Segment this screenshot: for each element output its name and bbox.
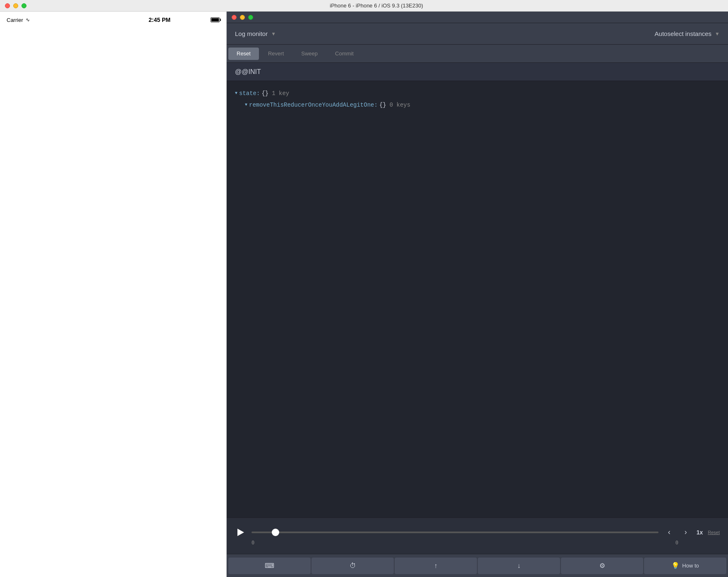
dt-minimize-button[interactable]: [240, 15, 245, 20]
prev-button[interactable]: ‹: [663, 527, 675, 538]
reducer-expand-arrow[interactable]: ▼: [245, 101, 247, 109]
maximize-button[interactable]: [22, 3, 26, 8]
reducer-brace: {}: [379, 99, 386, 111]
title-bar: iPhone 6 - iPhone 6 / iOS 9.3 (13E230): [0, 0, 728, 12]
action-buttons: Reset Revert Sweep Commit: [227, 45, 728, 63]
init-header: @@INIT: [227, 63, 728, 81]
clock-display: 2:45 PM: [109, 17, 211, 23]
main-content: Carrier ∿ 2:45 PM Log monitor ▼: [0, 12, 728, 577]
state-key: state:: [239, 88, 260, 99]
monitor-label: Log monitor: [235, 30, 268, 37]
tree-row-state: ▼ state: {} 1 key: [235, 88, 720, 99]
speed-label: 1x: [697, 529, 703, 536]
timer-button[interactable]: ⏱: [311, 558, 394, 574]
simulator-panel: Carrier ∿ 2:45 PM: [0, 12, 227, 577]
devtools-panel: Log monitor ▼ Autoselect instances ▼ Res…: [227, 12, 728, 577]
bottom-toolbar: ⌨ ⏱ ↑ ↓ ⚙ 💡 How to: [227, 554, 728, 577]
devtools-toolbar: Log monitor ▼ Autoselect instances ▼: [227, 23, 728, 45]
download-button[interactable]: ↓: [478, 558, 560, 574]
bulb-icon: 💡: [671, 562, 680, 570]
dt-close-button[interactable]: [232, 15, 237, 20]
reset-button[interactable]: Reset: [228, 48, 259, 60]
revert-button[interactable]: Revert: [260, 48, 292, 60]
howto-label: How to: [682, 563, 699, 569]
autoselect-label: Autoselect instances: [655, 30, 712, 37]
init-label: @@INIT: [235, 68, 261, 76]
monitor-section: Log monitor ▼: [235, 30, 276, 37]
monitor-dropdown-arrow[interactable]: ▼: [271, 31, 276, 37]
upload-icon: ↑: [434, 562, 438, 570]
commit-button[interactable]: Commit: [327, 48, 362, 60]
slider-controls: ‹ › 1x Reset: [235, 527, 720, 538]
tree-row-reducer: ▼ removeThisReducerOnceYouAddALegitOne: …: [245, 99, 720, 111]
close-button[interactable]: [5, 3, 10, 8]
autoselect-section: Autoselect instances ▼: [655, 30, 720, 37]
carrier-label: Carrier: [7, 17, 23, 23]
slider-left-num: 0: [251, 540, 254, 546]
settings-icon: ⚙: [599, 562, 605, 570]
state-expand-arrow[interactable]: ▼: [235, 89, 237, 98]
devtools-titlebar: [227, 12, 728, 23]
timer-icon: ⏱: [350, 562, 356, 570]
play-button[interactable]: [235, 527, 247, 538]
state-tree: ▼ state: {} 1 key ▼ removeThisReducerOnc…: [227, 81, 728, 117]
right-status: [211, 17, 220, 22]
status-bar: Carrier ∿ 2:45 PM: [0, 12, 226, 28]
keyboard-button[interactable]: ⌨: [228, 558, 311, 574]
dt-maximize-button[interactable]: [248, 15, 253, 20]
left-status: Carrier ∿: [7, 17, 109, 23]
upload-button[interactable]: ↑: [395, 558, 477, 574]
slider-thumb[interactable]: [272, 529, 279, 536]
settings-button[interactable]: ⚙: [561, 558, 643, 574]
howto-button[interactable]: 💡 How to: [644, 558, 726, 574]
next-button[interactable]: ›: [680, 527, 692, 538]
play-triangle-icon: [237, 529, 244, 536]
slider-area: ‹ › 1x Reset 0 0: [227, 517, 728, 554]
state-display: @@INIT ▼ state: {} 1 key ▼ removeThisRed…: [227, 63, 728, 517]
state-brace: {}: [261, 88, 268, 99]
slider-right-num: 0: [675, 540, 678, 546]
reducer-meta: 0 keys: [390, 99, 410, 111]
slider-reset-link[interactable]: Reset: [708, 530, 720, 535]
download-icon: ↓: [517, 562, 521, 570]
keyboard-icon: ⌨: [265, 562, 274, 570]
reducer-key: removeThisReducerOnceYouAddALegitOne:: [249, 99, 378, 111]
wifi-icon: ∿: [26, 17, 30, 23]
autoselect-dropdown-arrow[interactable]: ▼: [715, 31, 720, 37]
sweep-button[interactable]: Sweep: [293, 48, 326, 60]
battery-fill: [211, 18, 219, 21]
minimize-button[interactable]: [13, 3, 18, 8]
slider-numbers: 0 0: [235, 538, 720, 546]
simulator-screen: [0, 28, 226, 577]
window-title: iPhone 6 - iPhone 6 / iOS 9.3 (13E230): [30, 2, 723, 9]
battery-icon: [211, 17, 220, 22]
slider-track[interactable]: [251, 532, 659, 533]
state-meta: 1 key: [272, 88, 289, 99]
